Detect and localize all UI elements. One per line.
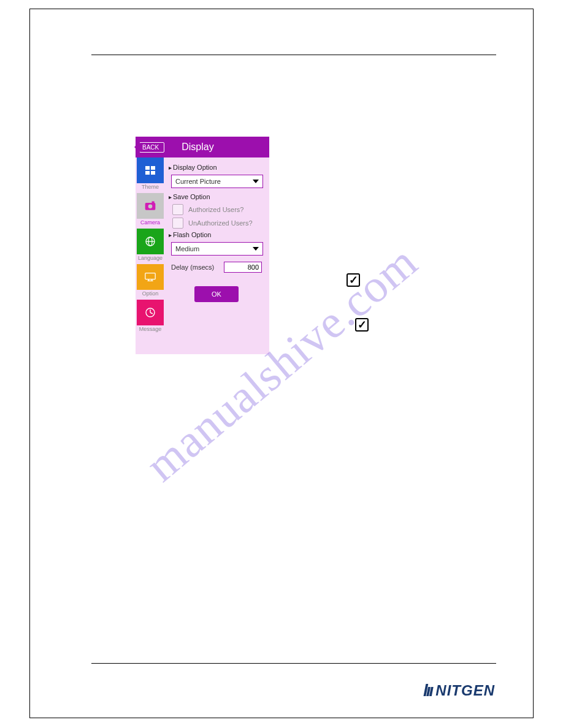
delay-row: Delay (msecs) [171,262,262,273]
svg-rect-3 [151,171,155,175]
globe-icon [137,229,164,254]
select-value: Medium [175,245,199,252]
chevron-down-icon [253,180,259,183]
sidebar-item-label: Language [138,254,163,264]
windows-icon [137,157,164,183]
header-rule [91,55,496,55]
checkbox-label: Authorized Users? [188,206,244,213]
sidebar-item-label: Option [142,290,159,300]
sidebar-item-camera[interactable]: Camera [136,193,165,229]
svg-rect-1 [151,166,155,170]
sidebar-item-theme[interactable]: Theme [136,157,165,193]
sidebar-item-label: Theme [142,183,159,193]
chevron-left-icon [134,142,139,152]
select-value: Current Picture [175,178,221,185]
footer-logo: lıı NITGEN [423,681,495,700]
sidebar-item-label: Message [139,325,162,335]
save-option-heading: Save Option [169,193,264,200]
back-button[interactable]: BACK [139,142,164,153]
authorized-users-checkbox[interactable]: Authorized Users? [172,204,264,215]
flash-option-select[interactable]: Medium [171,242,263,256]
sidebar-item-language[interactable]: Language [136,229,165,264]
footer-rule [91,663,496,664]
camera-icon [137,193,164,219]
chevron-down-icon [253,247,259,251]
sidebar-item-label: Camera [140,219,160,229]
svg-rect-2 [145,171,150,175]
logo-text: NITGEN [435,682,495,699]
checkbox-icon [172,218,183,229]
content-area: Display Option Current Picture Save Opti… [165,157,269,354]
display-option-heading: Display Option [169,164,264,171]
checkbox-label: UnAuthorized Users? [188,219,253,227]
delay-input[interactable] [224,262,262,273]
svg-point-5 [148,205,153,209]
ok-button[interactable]: OK [194,286,239,302]
clock-icon [137,300,164,325]
unauthorized-users-checkbox[interactable]: UnAuthorized Users? [172,218,264,229]
screen-title: Display [182,142,213,153]
checkbox-icon [172,204,183,215]
svg-rect-10 [145,273,155,279]
page: manualshive.com BACK Display Th [0,0,563,728]
flash-option-heading: Flash Option [169,231,264,238]
logo-icon: lıı [423,681,432,700]
svg-rect-0 [145,166,150,170]
back-label: BACK [142,144,159,151]
check-icon [355,318,369,332]
svg-rect-6 [152,202,155,203]
sidebar: Theme Camera Language [136,157,165,354]
page-frame: manualshive.com BACK Display Th [29,9,534,718]
device-screen: BACK Display Theme [136,137,269,354]
svg-line-16 [150,313,153,314]
sidebar-item-message[interactable]: Message [136,300,165,335]
delay-label: Delay (msecs) [171,264,214,271]
display-option-select[interactable]: Current Picture [171,175,263,188]
monitor-icon [137,264,164,290]
device-body: Theme Camera Language [136,157,269,354]
check-icon [347,273,360,287]
sidebar-item-option[interactable]: Option [136,264,165,300]
device-titlebar: BACK Display [136,137,269,157]
